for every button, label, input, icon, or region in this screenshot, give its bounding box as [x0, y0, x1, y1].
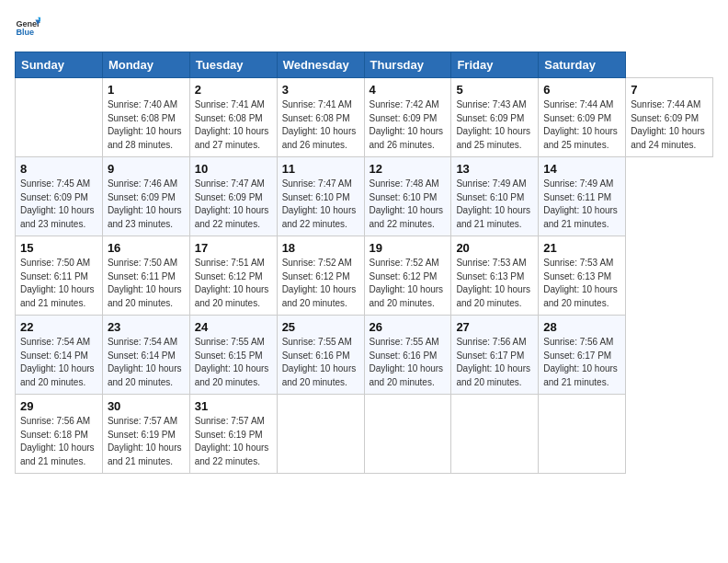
day-cell-23: 23Sunrise: 7:54 AM Sunset: 6:14 PM Dayli… [102, 316, 189, 395]
day-cell-4: 4Sunrise: 7:42 AM Sunset: 6:09 PM Daylig… [364, 78, 451, 157]
day-info-22: Sunrise: 7:54 AM Sunset: 6:14 PM Dayligh… [20, 336, 97, 389]
day-info-2: Sunrise: 7:41 AM Sunset: 6:08 PM Dayligh… [195, 98, 272, 152]
day-info-18: Sunrise: 7:52 AM Sunset: 6:12 PM Dayligh… [282, 257, 359, 310]
day-cell-13: 13Sunrise: 7:49 AM Sunset: 6:10 PM Dayli… [451, 157, 539, 236]
day-number-2: 2 [195, 83, 272, 97]
day-info-7: Sunrise: 7:44 AM Sunset: 6:09 PM Dayligh… [631, 98, 708, 152]
day-info-20: Sunrise: 7:53 AM Sunset: 6:13 PM Dayligh… [456, 257, 533, 310]
day-number-4: 4 [370, 83, 447, 97]
day-cell-10: 10Sunrise: 7:47 AM Sunset: 6:09 PM Dayli… [189, 157, 277, 236]
day-cell-30: 30Sunrise: 7:57 AM Sunset: 6:19 PM Dayli… [102, 395, 189, 474]
day-cell-5: 5Sunrise: 7:43 AM Sunset: 6:09 PM Daylig… [451, 78, 539, 157]
day-number-8: 8 [20, 162, 97, 176]
day-info-10: Sunrise: 7:47 AM Sunset: 6:09 PM Dayligh… [195, 178, 272, 231]
day-number-11: 11 [282, 162, 359, 176]
empty-cell [16, 78, 103, 157]
day-number-29: 29 [20, 399, 97, 413]
day-cell-8: 8Sunrise: 7:45 AM Sunset: 6:09 PM Daylig… [16, 157, 103, 236]
day-cell-12: 12Sunrise: 7:48 AM Sunset: 6:10 PM Dayli… [364, 157, 451, 236]
day-info-12: Sunrise: 7:48 AM Sunset: 6:10 PM Dayligh… [370, 178, 447, 231]
header-tuesday: Tuesday [189, 52, 277, 78]
day-number-6: 6 [543, 83, 620, 97]
day-cell-25: 25Sunrise: 7:55 AM Sunset: 6:16 PM Dayli… [277, 316, 364, 395]
day-number-3: 3 [282, 83, 359, 97]
day-info-8: Sunrise: 7:45 AM Sunset: 6:09 PM Dayligh… [20, 178, 97, 231]
day-number-5: 5 [456, 83, 533, 97]
day-number-22: 22 [20, 320, 97, 334]
day-cell-14: 14Sunrise: 7:49 AM Sunset: 6:11 PM Dayli… [539, 157, 626, 236]
day-number-7: 7 [631, 83, 708, 97]
day-cell-28: 28Sunrise: 7:56 AM Sunset: 6:17 PM Dayli… [539, 316, 626, 395]
day-info-19: Sunrise: 7:52 AM Sunset: 6:12 PM Dayligh… [370, 257, 447, 310]
day-info-21: Sunrise: 7:53 AM Sunset: 6:13 PM Dayligh… [543, 257, 620, 310]
empty-cell [364, 395, 451, 474]
week-row-5: 29Sunrise: 7:56 AM Sunset: 6:18 PM Dayli… [16, 395, 713, 474]
header-wednesday: Wednesday [277, 52, 364, 78]
page-header: General Blue [15, 15, 713, 40]
day-cell-18: 18Sunrise: 7:52 AM Sunset: 6:12 PM Dayli… [277, 236, 364, 316]
week-row-4: 22Sunrise: 7:54 AM Sunset: 6:14 PM Dayli… [16, 316, 713, 395]
day-number-10: 10 [195, 162, 272, 176]
day-number-20: 20 [456, 241, 533, 255]
day-cell-26: 26Sunrise: 7:55 AM Sunset: 6:16 PM Dayli… [364, 316, 451, 395]
day-number-27: 27 [456, 320, 533, 334]
week-row-3: 15Sunrise: 7:50 AM Sunset: 6:11 PM Dayli… [16, 236, 713, 316]
day-info-26: Sunrise: 7:55 AM Sunset: 6:16 PM Dayligh… [370, 336, 447, 389]
day-cell-22: 22Sunrise: 7:54 AM Sunset: 6:14 PM Dayli… [16, 316, 103, 395]
day-number-31: 31 [195, 399, 272, 413]
day-cell-2: 2Sunrise: 7:41 AM Sunset: 6:08 PM Daylig… [189, 78, 277, 157]
day-cell-31: 31Sunrise: 7:57 AM Sunset: 6:19 PM Dayli… [189, 395, 277, 474]
day-number-19: 19 [370, 241, 447, 255]
day-info-5: Sunrise: 7:43 AM Sunset: 6:09 PM Dayligh… [456, 98, 533, 152]
day-number-21: 21 [543, 241, 620, 255]
day-info-16: Sunrise: 7:50 AM Sunset: 6:11 PM Dayligh… [108, 257, 185, 310]
day-info-14: Sunrise: 7:49 AM Sunset: 6:11 PM Dayligh… [543, 178, 620, 231]
day-number-18: 18 [282, 241, 359, 255]
logo-icon: General Blue [15, 15, 40, 40]
empty-cell [451, 395, 539, 474]
day-cell-1: 1Sunrise: 7:40 AM Sunset: 6:08 PM Daylig… [102, 78, 189, 157]
day-cell-15: 15Sunrise: 7:50 AM Sunset: 6:11 PM Dayli… [16, 236, 103, 316]
logo: General Blue [15, 15, 40, 40]
day-info-29: Sunrise: 7:56 AM Sunset: 6:18 PM Dayligh… [20, 415, 97, 468]
calendar-table: SundayMondayTuesdayWednesdayThursdayFrid… [15, 52, 713, 474]
day-cell-16: 16Sunrise: 7:50 AM Sunset: 6:11 PM Dayli… [102, 236, 189, 316]
day-number-30: 30 [108, 399, 185, 413]
header-monday: Monday [102, 52, 189, 78]
day-number-15: 15 [20, 241, 97, 255]
day-cell-27: 27Sunrise: 7:56 AM Sunset: 6:17 PM Dayli… [451, 316, 539, 395]
day-number-28: 28 [543, 320, 620, 334]
day-number-14: 14 [543, 162, 620, 176]
day-number-26: 26 [370, 320, 447, 334]
day-cell-7: 7Sunrise: 7:44 AM Sunset: 6:09 PM Daylig… [626, 78, 713, 157]
header-thursday: Thursday [364, 52, 451, 78]
day-cell-9: 9Sunrise: 7:46 AM Sunset: 6:09 PM Daylig… [102, 157, 189, 236]
day-info-30: Sunrise: 7:57 AM Sunset: 6:19 PM Dayligh… [108, 415, 185, 468]
header-saturday: Saturday [539, 52, 626, 78]
empty-cell [539, 395, 626, 474]
header-friday: Friday [451, 52, 539, 78]
empty-cell [277, 395, 364, 474]
day-number-1: 1 [108, 83, 185, 97]
day-cell-20: 20Sunrise: 7:53 AM Sunset: 6:13 PM Dayli… [451, 236, 539, 316]
day-info-3: Sunrise: 7:41 AM Sunset: 6:08 PM Dayligh… [282, 98, 359, 152]
day-info-17: Sunrise: 7:51 AM Sunset: 6:12 PM Dayligh… [195, 257, 272, 310]
day-number-24: 24 [195, 320, 272, 334]
day-number-17: 17 [195, 241, 272, 255]
day-number-13: 13 [456, 162, 533, 176]
day-info-6: Sunrise: 7:44 AM Sunset: 6:09 PM Dayligh… [543, 98, 620, 152]
day-info-15: Sunrise: 7:50 AM Sunset: 6:11 PM Dayligh… [20, 257, 97, 310]
day-info-13: Sunrise: 7:49 AM Sunset: 6:10 PM Dayligh… [456, 178, 533, 231]
day-cell-29: 29Sunrise: 7:56 AM Sunset: 6:18 PM Dayli… [16, 395, 103, 474]
week-row-2: 8Sunrise: 7:45 AM Sunset: 6:09 PM Daylig… [16, 157, 713, 236]
day-info-11: Sunrise: 7:47 AM Sunset: 6:10 PM Dayligh… [282, 178, 359, 231]
day-cell-19: 19Sunrise: 7:52 AM Sunset: 6:12 PM Dayli… [364, 236, 451, 316]
day-cell-17: 17Sunrise: 7:51 AM Sunset: 6:12 PM Dayli… [189, 236, 277, 316]
day-cell-11: 11Sunrise: 7:47 AM Sunset: 6:10 PM Dayli… [277, 157, 364, 236]
day-number-25: 25 [282, 320, 359, 334]
day-cell-21: 21Sunrise: 7:53 AM Sunset: 6:13 PM Dayli… [539, 236, 626, 316]
day-cell-3: 3Sunrise: 7:41 AM Sunset: 6:08 PM Daylig… [277, 78, 364, 157]
day-info-25: Sunrise: 7:55 AM Sunset: 6:16 PM Dayligh… [282, 336, 359, 389]
day-info-9: Sunrise: 7:46 AM Sunset: 6:09 PM Dayligh… [108, 178, 185, 231]
day-info-1: Sunrise: 7:40 AM Sunset: 6:08 PM Dayligh… [108, 98, 185, 152]
